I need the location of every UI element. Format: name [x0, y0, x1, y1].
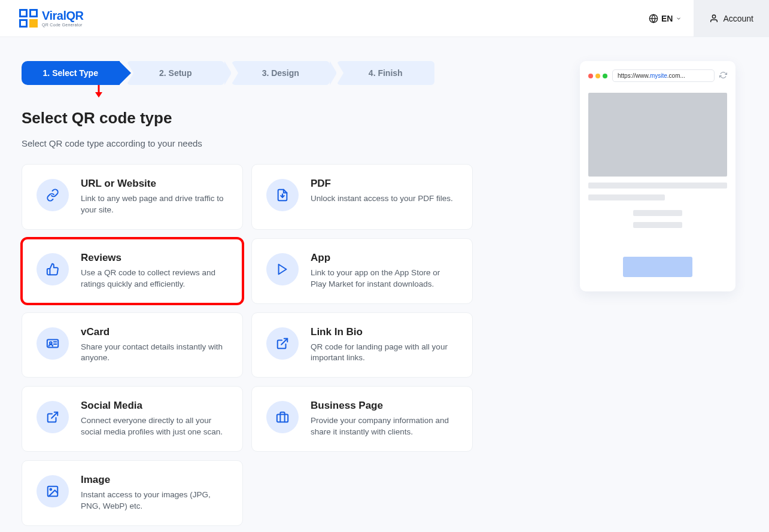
svg-point-7: [50, 342, 52, 344]
page-title: Select QR code type: [22, 109, 556, 127]
card-title: URL or Website: [81, 178, 228, 190]
link-icon: [37, 179, 69, 211]
card-title: PDF: [311, 178, 458, 190]
card-title: vCard: [81, 326, 228, 338]
svg-marker-4: [95, 92, 102, 98]
svg-line-10: [281, 338, 287, 344]
svg-point-2: [713, 15, 716, 18]
step-finish[interactable]: 4. Finish: [337, 61, 435, 85]
card-desc: Provide your company information and sha…: [311, 415, 458, 438]
step-design[interactable]: 3. Design: [232, 61, 330, 85]
svg-line-11: [51, 412, 57, 418]
language-selector[interactable]: EN: [637, 0, 694, 37]
card-desc: Use a QR code to collect reviews and rat…: [81, 267, 228, 290]
svg-rect-12: [277, 415, 288, 422]
card-title: App: [311, 252, 458, 264]
card-title: Reviews: [81, 252, 228, 264]
card-vcard[interactable]: vCard Share your contact details instant…: [22, 312, 243, 378]
step-label: 4. Finish: [369, 68, 403, 78]
svg-point-14: [50, 489, 51, 491]
account-label: Account: [723, 14, 753, 23]
share-icon: [37, 401, 69, 433]
card-social-media[interactable]: Social Media Connect everyone directly t…: [22, 386, 243, 452]
step-label: 3. Design: [262, 68, 299, 78]
card-title: Link In Bio: [311, 326, 458, 338]
preview-url-bar: https://www.mysite.com...: [612, 69, 715, 82]
play-icon: [266, 253, 299, 285]
refresh-icon: [719, 71, 727, 81]
card-desc: Share your contact details instantly wit…: [81, 342, 228, 364]
window-traffic-lights-icon: [588, 74, 607, 78]
language-label: EN: [661, 14, 673, 23]
card-title: Social Media: [81, 400, 228, 412]
qr-type-grid: URL or Website Link to any web page and …: [22, 164, 556, 526]
preview-skeleton: [588, 93, 727, 277]
globe-icon: [649, 14, 658, 23]
card-desc: Connect everyone directly to all your so…: [81, 415, 228, 438]
card-desc: Instant access to your images (JPG, PNG,…: [81, 490, 228, 512]
card-link-in-bio[interactable]: Link In Bio QR code for landing page wit…: [251, 312, 473, 378]
card-desc: Unlock instant access to your PDF files.: [311, 193, 458, 205]
card-desc: QR code for landing page with all your i…: [311, 342, 458, 364]
logo-mark-icon: [19, 9, 38, 28]
brand-main: ViralQR: [42, 10, 84, 22]
brand-text: ViralQR QR Code Generator: [42, 10, 84, 27]
step-label: 1. Select Type: [43, 68, 98, 78]
card-pdf[interactable]: PDF Unlock instant access to your PDF fi…: [251, 164, 473, 230]
wizard-stepper: 1. Select Type 2. Setup 3. Design 4. Fin…: [22, 61, 434, 85]
card-url-website[interactable]: URL or Website Link to any web page and …: [22, 164, 243, 230]
user-icon: [709, 14, 719, 23]
account-button[interactable]: Account: [694, 0, 769, 37]
step-label: 2. Setup: [159, 68, 192, 78]
pdf-icon: [266, 179, 299, 211]
card-title: Image: [81, 474, 228, 486]
external-link-icon: [266, 327, 299, 360]
card-image[interactable]: Image Instant access to your images (JPG…: [22, 460, 243, 526]
briefcase-icon: [266, 401, 299, 433]
preview-cta-placeholder: [623, 257, 692, 277]
card-app[interactable]: App Link to your app on the App Store or…: [251, 238, 473, 304]
step-setup[interactable]: 2. Setup: [127, 61, 225, 85]
image-icon: [37, 475, 69, 507]
chevron-down-icon: [676, 16, 682, 22]
card-title: Business Page: [311, 400, 458, 412]
vcard-icon: [37, 327, 69, 360]
card-business-page[interactable]: Business Page Provide your company infor…: [251, 386, 473, 452]
step-select-type[interactable]: 1. Select Type: [22, 61, 120, 85]
card-desc: Link to your app on the App Store or Pla…: [311, 267, 458, 290]
brand-sub: QR Code Generator: [42, 23, 84, 27]
app-header: ViralQR QR Code Generator EN Account: [0, 0, 769, 37]
svg-marker-5: [279, 265, 287, 275]
brand-logo[interactable]: ViralQR QR Code Generator: [19, 9, 84, 28]
preview-panel: https://www.mysite.com...: [580, 61, 735, 291]
thumbs-up-icon: [37, 253, 69, 285]
annotation-arrow-icon: [95, 84, 103, 98]
card-reviews[interactable]: Reviews Use a QR code to collect reviews…: [22, 238, 243, 304]
page-subtitle: Select QR code type according to your ne…: [22, 138, 556, 148]
card-desc: Link to any web page and drive traffic t…: [81, 193, 228, 216]
